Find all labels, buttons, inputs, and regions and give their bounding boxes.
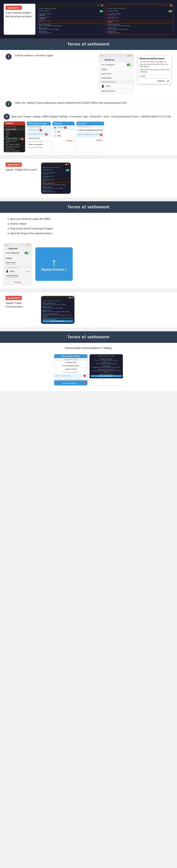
bt-paired-section: PAIRED DEVICES [4, 266, 31, 269]
bluetooth-screen-step1: 9:41 ▲ 📶 🔋 ← Bluetooth Turn on Bluetooth… [99, 54, 134, 93]
torque-screens-row: TORQUE Engine Monitor Torque Settings Th… [4, 121, 173, 152]
s3-adapter-title: Adapter Status Information [91, 355, 122, 357]
bt-cancel-btn[interactable]: CANCEL [96, 139, 103, 141]
p2-ver: Adapter Version [107, 27, 172, 29]
obd2-header: OBD2 Adapter Settings [27, 122, 51, 125]
terms-title-3: Terms of settlement [68, 335, 109, 339]
bt-unpair-btn[interactable]: Unpair [25, 271, 30, 272]
conn-bt-option[interactable]: Bluetooth 4 [53, 125, 75, 130]
s3-adapter-faster: Faster communication Faster communicatio… [91, 373, 122, 377]
q2-bt-row: Bluetooth Enabled ON [43, 169, 69, 172]
p1-notes-val: Additional information [39, 32, 103, 33]
settlement2-item3: 3. Plug out the elm327 and plug in it ag… [7, 226, 170, 231]
s3-faster-label: Faster communication [56, 375, 70, 377]
bt-paired-section: PAIRED DEVICES [99, 80, 134, 84]
settlement3-phones-row: OBD2 Adapter Settings Connection setting… [7, 352, 170, 388]
obd2-bt-onoff: Bluetooth On/Off [27, 137, 51, 140]
conn-bt-label: Bluetooth 4 [57, 126, 67, 129]
q3-title: Adapter Status Information [43, 300, 73, 302]
s3-notes-label: Adapter Notes [91, 365, 122, 367]
badge-2: 2 [40, 129, 42, 131]
step2-wrapper: 2 Open the "setting" of your android,and… [0, 97, 177, 111]
bt-toggle[interactable] [127, 63, 132, 66]
radio-wifi [54, 131, 56, 133]
bt-visibility-row: Visibility [99, 67, 134, 72]
q2-error-label: Adapter Error Count [43, 179, 69, 181]
obd2-bt-device[interactable]: Choose Bluetooth Device 3 [27, 132, 51, 137]
dialog-body: PIN contains lol&ey or symbols. You may … [140, 61, 170, 79]
torque-engine-label: Engine Monitor [4, 125, 25, 128]
bt-obd-device[interactable]: 📱 OBD II [99, 84, 134, 89]
bt-back-icon[interactable]: ← [6, 248, 8, 250]
bt-device-screen: Bluetooth PAIRED DEVICES 小木手(Auto [34:B0… [76, 121, 104, 152]
p2-conn-ecu: Connection to ECU [107, 17, 172, 18]
q2-ver-label: Adapter Version [43, 186, 69, 188]
badge-4: 4 [64, 126, 67, 129]
bt-obd-icon: 📱 [6, 270, 8, 273]
q2-bt-label: Bluetooth Enabled [43, 169, 53, 171]
status-icons: ▲ 📶 🔋 [127, 55, 132, 57]
bt-unpair-screen: 9:41 📶 🔋 ← Bluetooth Turn on Bluetooth V… [4, 243, 32, 285]
bt-dn-value: XXXXXXX Pho... [6, 264, 30, 265]
bt-device-obd[interactable]: OBD II [AA:BB:CC:11:22:33] 5 [76, 133, 104, 137]
q3-screen: Adapter Status Information Adapter Manuf… [41, 299, 74, 323]
ok-button[interactable]: OK [167, 80, 170, 82]
obd2-conn-type[interactable]: Connection Type 2 [27, 128, 51, 132]
bt-vis-label: Visibility [6, 257, 12, 259]
s3-badge1: 1 [83, 374, 86, 377]
status-time: 9:41 [100, 55, 103, 57]
q2-title: Adapter Status Information [43, 166, 69, 168]
step2-number: 2 [6, 101, 11, 107]
step1-content: Exit the software, and enter it again [15, 54, 95, 58]
conn-cancel-btn[interactable]: CANCEL [66, 140, 73, 142]
q2-ver-row: Adapter Version The firmware version of … [43, 186, 69, 189]
question2-text: Appear "Adapter Error count" [6, 168, 37, 172]
s3-mpg-val: Requires OBD2 adapter supporting at leas… [91, 370, 122, 373]
bt-cancel-row: CANCEL [76, 137, 104, 143]
s3-faster-note: Make the OBD2 adapter communicate more..… [54, 378, 87, 380]
step3-number: 3 [4, 114, 10, 120]
back-icon[interactable]: ← [101, 59, 103, 61]
cancel-button[interactable]: CANCEL [157, 80, 165, 82]
q2-ecu-label: Connection to ECU [43, 176, 69, 177]
bt-obd-unpair-row[interactable]: 📱 OBD II Unpair [4, 269, 31, 274]
question3-left: Question 3 Appear "Faster Communication" [6, 296, 37, 308]
s3-faster-row[interactable]: Faster communication 1 [54, 374, 87, 378]
s3-bt-note: Only if BT was already off... [54, 371, 87, 374]
bt-device-auto[interactable]: 小木手(Auto [34:B0:B3:04:5E:58] [76, 128, 104, 133]
p2-mfr-val: The name who made the OBD2 adapter [107, 25, 172, 26]
s3-faster-label2: Faster communication [91, 374, 122, 375]
q2-notes-label: Adapter Notes [43, 190, 69, 191]
s3-conn-type: Connection Type [54, 361, 87, 364]
s3-adapter-screen: Adapter Status Information Adapter Manuf… [90, 354, 123, 378]
bt-paired-label: PAIRED DEVICES [101, 81, 115, 83]
bt-cancel-label[interactable]: CANCEL [14, 281, 21, 283]
terms-banner-1: Terms of settlement [0, 38, 177, 50]
q2-phone-screen: Adapter Status Information Bluetooth Ena… [41, 166, 70, 193]
question3-section: Question 3 Appear "Faster Communication"… [0, 292, 177, 328]
torque-adapter-settings[interactable]: ⬛ Adapter Settings 1 [4, 137, 25, 140]
p2-conn-ecu-val: Not connected [107, 18, 172, 19]
bt-unpair-toggle[interactable] [24, 252, 30, 254]
torque-dash: Dash Installation settings [4, 143, 25, 146]
bt-device1-name: OBD II [105, 85, 110, 87]
settlement3-obd2-screen: OBD2 Adapter Settings Connection setting… [54, 354, 87, 385]
step2-text: Open the "setting" of your android,and s… [15, 101, 171, 105]
divider-1 [0, 155, 177, 159]
status-bar-phone2: ▲ ◾ 📶 [167, 5, 172, 6]
bt-nomusic: No music playing [6, 277, 30, 278]
s3-ver-val: The firmware version of the adapter [91, 363, 122, 364]
bt-received-row: Received files [99, 76, 134, 80]
conn-cancel-row: CANCEL [53, 138, 75, 143]
question3-phone: ▲ 📶 🔋 Adapter Status Information Adapter… [41, 296, 75, 324]
p2-error-val: ERROR [107, 22, 172, 23]
top-section: Question 1 If you meet the problem like … [0, 0, 177, 38]
s3-ver-label: Adapter Version [91, 362, 122, 363]
conn-usb-option[interactable]: USB [53, 134, 75, 138]
repeat-solution-section: 9:41 📶 🔋 ← Bluetooth Turn on Bluetooth V… [0, 240, 177, 288]
s3-faster-indicator: Faster communication ✓ [91, 375, 122, 377]
question2-left: Question 2 Appear "Adapter Error count" [6, 162, 37, 172]
s3-adapter-mfr: Adapter Manufacturer The name who made t… [91, 358, 122, 362]
s3-adapter-notes: Adapter Notes Additional information abo… [91, 365, 122, 368]
conn-wifi-option[interactable]: WiFi [53, 130, 75, 134]
